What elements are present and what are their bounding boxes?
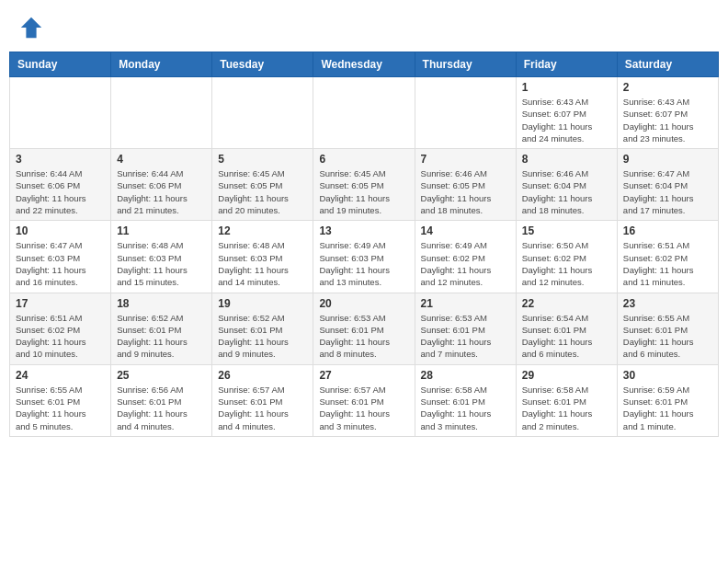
day-header-thursday: Thursday <box>415 52 516 77</box>
calendar-cell: 15Sunrise: 6:50 AM Sunset: 6:02 PM Dayli… <box>516 221 617 293</box>
day-number: 22 <box>522 297 611 310</box>
calendar-week-2: 10Sunrise: 6:47 AM Sunset: 6:03 PM Dayli… <box>10 221 719 293</box>
day-header-saturday: Saturday <box>617 52 718 77</box>
page-header <box>0 0 728 48</box>
day-number: 25 <box>117 369 206 382</box>
calendar-cell: 13Sunrise: 6:49 AM Sunset: 6:03 PM Dayli… <box>313 221 415 293</box>
day-detail: Sunrise: 6:57 AM Sunset: 6:01 PM Dayligh… <box>218 384 307 432</box>
day-detail: Sunrise: 6:55 AM Sunset: 6:01 PM Dayligh… <box>16 384 105 432</box>
calendar-cell: 5Sunrise: 6:45 AM Sunset: 6:05 PM Daylig… <box>212 149 313 221</box>
day-detail: Sunrise: 6:59 AM Sunset: 6:01 PM Dayligh… <box>623 384 712 432</box>
calendar-cell <box>10 77 111 149</box>
day-detail: Sunrise: 6:43 AM Sunset: 6:07 PM Dayligh… <box>522 96 611 144</box>
calendar-cell <box>111 77 212 149</box>
calendar-cell: 23Sunrise: 6:55 AM Sunset: 6:01 PM Dayli… <box>617 293 718 364</box>
calendar-cell: 30Sunrise: 6:59 AM Sunset: 6:01 PM Dayli… <box>617 364 718 436</box>
calendar-cell: 6Sunrise: 6:45 AM Sunset: 6:05 PM Daylig… <box>313 149 415 221</box>
calendar-cell <box>415 77 516 149</box>
day-number: 23 <box>623 297 712 310</box>
calendar-cell <box>313 77 415 149</box>
day-number: 20 <box>319 297 408 310</box>
day-number: 15 <box>522 224 611 237</box>
day-header-monday: Monday <box>111 52 212 77</box>
day-detail: Sunrise: 6:58 AM Sunset: 6:01 PM Dayligh… <box>421 384 510 432</box>
day-detail: Sunrise: 6:53 AM Sunset: 6:01 PM Dayligh… <box>421 312 510 361</box>
day-detail: Sunrise: 6:51 AM Sunset: 6:02 PM Dayligh… <box>16 312 105 361</box>
day-detail: Sunrise: 6:52 AM Sunset: 6:01 PM Dayligh… <box>117 312 206 361</box>
day-detail: Sunrise: 6:49 AM Sunset: 6:03 PM Dayligh… <box>319 239 408 288</box>
calendar-cell: 21Sunrise: 6:53 AM Sunset: 6:01 PM Dayli… <box>415 293 516 364</box>
day-number: 11 <box>117 224 206 237</box>
day-detail: Sunrise: 6:50 AM Sunset: 6:02 PM Dayligh… <box>522 239 611 288</box>
calendar-cell: 24Sunrise: 6:55 AM Sunset: 6:01 PM Dayli… <box>10 364 111 436</box>
day-detail: Sunrise: 6:57 AM Sunset: 6:01 PM Dayligh… <box>319 384 408 432</box>
calendar-cell: 4Sunrise: 6:44 AM Sunset: 6:06 PM Daylig… <box>111 149 212 221</box>
calendar-cell: 12Sunrise: 6:48 AM Sunset: 6:03 PM Dayli… <box>212 221 313 293</box>
day-detail: Sunrise: 6:55 AM Sunset: 6:01 PM Dayligh… <box>623 312 712 361</box>
logo <box>18 15 48 40</box>
day-number: 7 <box>421 153 510 166</box>
logo-icon <box>18 15 44 40</box>
calendar-cell: 26Sunrise: 6:57 AM Sunset: 6:01 PM Dayli… <box>212 364 313 436</box>
day-detail: Sunrise: 6:45 AM Sunset: 6:05 PM Dayligh… <box>319 167 408 216</box>
day-number: 8 <box>522 153 611 166</box>
day-number: 17 <box>16 297 105 310</box>
day-detail: Sunrise: 6:46 AM Sunset: 6:05 PM Dayligh… <box>421 167 510 216</box>
day-number: 5 <box>218 153 307 166</box>
calendar-week-0: 1Sunrise: 6:43 AM Sunset: 6:07 PM Daylig… <box>10 77 719 149</box>
calendar-cell: 7Sunrise: 6:46 AM Sunset: 6:05 PM Daylig… <box>415 149 516 221</box>
day-header-wednesday: Wednesday <box>313 52 415 77</box>
calendar-cell: 28Sunrise: 6:58 AM Sunset: 6:01 PM Dayli… <box>415 364 516 436</box>
day-header-sunday: Sunday <box>10 52 111 77</box>
calendar-cell: 10Sunrise: 6:47 AM Sunset: 6:03 PM Dayli… <box>10 221 111 293</box>
day-header-tuesday: Tuesday <box>212 52 313 77</box>
day-detail: Sunrise: 6:53 AM Sunset: 6:01 PM Dayligh… <box>319 312 408 361</box>
day-number: 14 <box>421 224 510 237</box>
calendar-cell: 20Sunrise: 6:53 AM Sunset: 6:01 PM Dayli… <box>313 293 415 364</box>
day-number: 27 <box>319 369 408 382</box>
calendar-cell: 22Sunrise: 6:54 AM Sunset: 6:01 PM Dayli… <box>516 293 617 364</box>
calendar-cell: 16Sunrise: 6:51 AM Sunset: 6:02 PM Dayli… <box>617 221 718 293</box>
day-number: 21 <box>421 297 510 310</box>
calendar-cell: 9Sunrise: 6:47 AM Sunset: 6:04 PM Daylig… <box>617 149 718 221</box>
calendar-cell: 11Sunrise: 6:48 AM Sunset: 6:03 PM Dayli… <box>111 221 212 293</box>
day-number: 4 <box>117 153 206 166</box>
calendar-header-row: SundayMondayTuesdayWednesdayThursdayFrid… <box>10 52 719 77</box>
day-detail: Sunrise: 6:56 AM Sunset: 6:01 PM Dayligh… <box>117 384 206 432</box>
calendar-cell: 1Sunrise: 6:43 AM Sunset: 6:07 PM Daylig… <box>516 77 617 149</box>
day-detail: Sunrise: 6:46 AM Sunset: 6:04 PM Dayligh… <box>522 167 611 216</box>
day-detail: Sunrise: 6:58 AM Sunset: 6:01 PM Dayligh… <box>522 384 611 432</box>
day-number: 3 <box>16 153 105 166</box>
day-detail: Sunrise: 6:48 AM Sunset: 6:03 PM Dayligh… <box>218 239 307 288</box>
day-detail: Sunrise: 6:49 AM Sunset: 6:02 PM Dayligh… <box>421 239 510 288</box>
day-detail: Sunrise: 6:43 AM Sunset: 6:07 PM Dayligh… <box>623 96 712 144</box>
calendar-cell: 27Sunrise: 6:57 AM Sunset: 6:01 PM Dayli… <box>313 364 415 436</box>
day-number: 18 <box>117 297 206 310</box>
day-detail: Sunrise: 6:44 AM Sunset: 6:06 PM Dayligh… <box>16 167 105 216</box>
calendar-cell: 17Sunrise: 6:51 AM Sunset: 6:02 PM Dayli… <box>10 293 111 364</box>
day-number: 2 <box>623 81 712 94</box>
day-header-friday: Friday <box>516 52 617 77</box>
day-number: 30 <box>623 369 712 382</box>
day-detail: Sunrise: 6:45 AM Sunset: 6:05 PM Dayligh… <box>218 167 307 216</box>
day-detail: Sunrise: 6:47 AM Sunset: 6:04 PM Dayligh… <box>623 167 712 216</box>
day-detail: Sunrise: 6:51 AM Sunset: 6:02 PM Dayligh… <box>623 239 712 288</box>
day-detail: Sunrise: 6:44 AM Sunset: 6:06 PM Dayligh… <box>117 167 206 216</box>
day-number: 1 <box>522 81 611 94</box>
calendar-cell: 25Sunrise: 6:56 AM Sunset: 6:01 PM Dayli… <box>111 364 212 436</box>
day-number: 24 <box>16 369 105 382</box>
day-number: 9 <box>623 153 712 166</box>
calendar-table: SundayMondayTuesdayWednesdayThursdayFrid… <box>9 52 719 437</box>
day-number: 28 <box>421 369 510 382</box>
day-number: 16 <box>623 224 712 237</box>
calendar-cell <box>212 77 313 149</box>
calendar-container: SundayMondayTuesdayWednesdayThursdayFrid… <box>0 52 728 446</box>
calendar-cell: 8Sunrise: 6:46 AM Sunset: 6:04 PM Daylig… <box>516 149 617 221</box>
day-detail: Sunrise: 6:47 AM Sunset: 6:03 PM Dayligh… <box>16 239 105 288</box>
calendar-cell: 14Sunrise: 6:49 AM Sunset: 6:02 PM Dayli… <box>415 221 516 293</box>
day-number: 10 <box>16 224 105 237</box>
calendar-cell: 3Sunrise: 6:44 AM Sunset: 6:06 PM Daylig… <box>10 149 111 221</box>
calendar-cell: 29Sunrise: 6:58 AM Sunset: 6:01 PM Dayli… <box>516 364 617 436</box>
day-number: 26 <box>218 369 307 382</box>
day-number: 29 <box>522 369 611 382</box>
